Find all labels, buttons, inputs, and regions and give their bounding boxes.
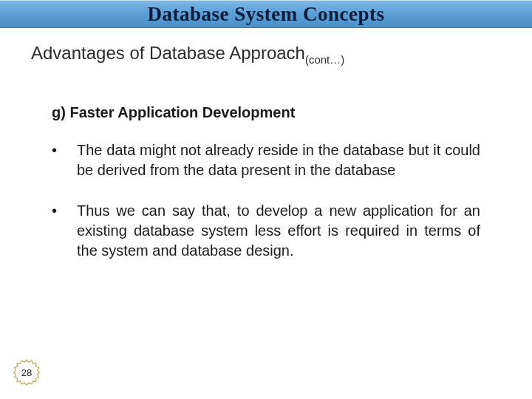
header-title: Database System Concepts bbox=[148, 3, 385, 26]
subtitle-suffix: (cont…) bbox=[305, 53, 344, 66]
bullet-item: • Thus we can say that, to develop a new… bbox=[52, 201, 480, 261]
header-band: Database System Concepts bbox=[0, 0, 532, 28]
bullet-marker: • bbox=[52, 201, 77, 261]
bullet-list: • The data might not already reside in t… bbox=[52, 140, 480, 261]
bullet-text: Thus we can say that, to develop a new a… bbox=[77, 201, 480, 261]
section-letter: g) bbox=[52, 104, 66, 120]
bullet-text: The data might not already reside in the… bbox=[77, 140, 480, 180]
page-number: 28 bbox=[21, 367, 32, 378]
page-number-badge: 28 bbox=[13, 359, 40, 386]
section-title: Faster Application Development bbox=[69, 104, 295, 120]
bullet-item: • The data might not already reside in t… bbox=[52, 140, 480, 180]
slide-subtitle: Advantages of Database Approach(cont…) bbox=[31, 43, 532, 66]
subtitle-main: Advantages of Database Approach bbox=[31, 43, 305, 63]
bullet-marker: • bbox=[52, 140, 77, 180]
section-heading: g) Faster Application Development bbox=[52, 104, 532, 121]
